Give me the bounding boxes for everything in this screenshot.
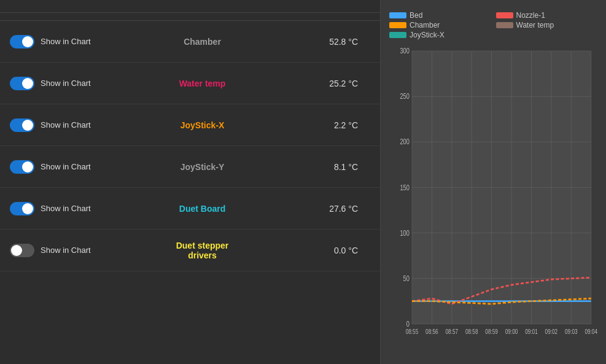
legend-color-swatch	[389, 12, 406, 18]
svg-text:09:04: 09:04	[585, 328, 597, 335]
sensor-value: 25.2 °C	[309, 79, 370, 88]
right-panel: BedNozzle-1ChamberWater tempJoyStick-X 0…	[381, 0, 606, 364]
toggle-label: Show in Chart	[41, 79, 91, 88]
left-panel: Show in ChartChamber52.8 °CShow in Chart…	[0, 0, 381, 364]
chart-legend: BedNozzle-1ChamberWater tempJoyStick-X	[389, 11, 597, 39]
svg-text:150: 150	[400, 183, 409, 192]
legend-item: Chamber	[389, 21, 491, 29]
sensor-value: 8.1 °C	[309, 162, 370, 172]
toggle-switch[interactable]	[10, 202, 34, 215]
toggle-label: Show in Chart	[41, 204, 91, 213]
table-header	[0, 13, 380, 21]
chart-area: 05010015020025030008:5508:5608:5708:5808…	[389, 44, 597, 358]
toggle-switch[interactable]	[10, 160, 34, 174]
svg-text:200: 200	[400, 137, 409, 146]
chart-svg: 05010015020025030008:5508:5608:5708:5808…	[389, 44, 597, 358]
sensor-row: Show in ChartWater temp25.2 °C	[0, 63, 380, 104]
toggle-label: Show in Chart	[41, 120, 91, 130]
sensor-row: Show in ChartDuet stepperdrivers0.0 °C	[0, 230, 380, 271]
toggle-col: Show in Chart	[10, 202, 96, 215]
toggle-col: Show in Chart	[10, 35, 96, 48]
legend-label: Water temp	[516, 21, 554, 29]
toggle-col: Show in Chart	[10, 77, 96, 90]
sensor-row: Show in ChartChamber52.8 °C	[0, 21, 380, 63]
svg-text:50: 50	[403, 274, 410, 282]
legend-item: Bed	[389, 11, 491, 20]
legend-color-swatch	[389, 32, 406, 38]
sensor-value: 0.0 °C	[309, 246, 370, 255]
svg-text:08:55: 08:55	[406, 328, 419, 335]
svg-text:09:02: 09:02	[545, 328, 558, 335]
svg-text:09:01: 09:01	[525, 328, 538, 335]
toggle-col: Show in Chart	[10, 160, 96, 174]
svg-text:08:56: 08:56	[425, 328, 438, 335]
sensor-row: Show in ChartJoyStick-Y8.1 °C	[0, 146, 380, 188]
legend-label: JoyStick-X	[410, 31, 445, 39]
toggle-col: Show in Chart	[10, 244, 96, 257]
svg-text:08:57: 08:57	[446, 328, 459, 335]
toggle-label: Show in Chart	[41, 246, 91, 255]
toggle-label: Show in Chart	[41, 37, 91, 46]
legend-label: Chamber	[410, 21, 440, 29]
legend-label: Bed	[410, 11, 422, 20]
svg-text:08:58: 08:58	[465, 328, 478, 335]
toggle-switch[interactable]	[10, 118, 34, 132]
sensor-name: JoyStick-X	[96, 120, 309, 130]
svg-text:09:03: 09:03	[565, 328, 578, 335]
toggle-label: Show in Chart	[41, 162, 91, 171]
sensor-row: Show in ChartDuet Board27.6 °C	[0, 188, 380, 230]
svg-text:0: 0	[406, 320, 410, 328]
svg-text:300: 300	[400, 47, 409, 55]
svg-text:09:00: 09:00	[505, 328, 518, 335]
legend-color-swatch	[389, 22, 406, 28]
sensor-value: 52.8 °C	[309, 37, 370, 47]
svg-text:08:59: 08:59	[485, 328, 498, 335]
svg-text:250: 250	[400, 92, 409, 101]
sensor-name: Duet stepperdrivers	[96, 241, 309, 260]
toggle-col: Show in Chart	[10, 118, 96, 132]
main-layout: Show in ChartChamber52.8 °CShow in Chart…	[0, 0, 606, 364]
legend-color-swatch	[496, 22, 513, 28]
legend-color-swatch	[496, 12, 513, 18]
toggle-switch[interactable]	[10, 35, 34, 48]
legend-item: Nozzle-1	[496, 11, 598, 20]
legend-item: Water temp	[496, 21, 598, 29]
sensor-name: Water temp	[96, 79, 309, 88]
toggle-switch[interactable]	[10, 244, 34, 257]
sensor-value: 27.6 °C	[309, 204, 370, 214]
legend-label: Nozzle-1	[516, 11, 545, 20]
top-bar	[0, 0, 380, 13]
toggle-switch[interactable]	[10, 77, 34, 90]
sensor-row: Show in ChartJoyStick-X2.2 °C	[0, 104, 380, 146]
svg-text:100: 100	[400, 228, 409, 237]
sensor-name: JoyStick-Y	[96, 162, 309, 172]
sensor-rows: Show in ChartChamber52.8 °CShow in Chart…	[0, 21, 380, 364]
legend-item: JoyStick-X	[389, 31, 491, 39]
sensor-value: 2.2 °C	[309, 120, 370, 130]
sensor-name: Duet Board	[96, 204, 309, 214]
sensor-name: Chamber	[96, 37, 309, 47]
